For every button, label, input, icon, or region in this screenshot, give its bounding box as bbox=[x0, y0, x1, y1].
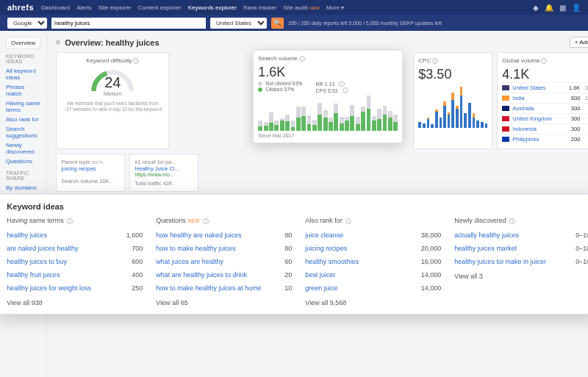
idea-link[interactable]: healthy juices toi make in juicer bbox=[454, 258, 562, 265]
idea-link[interactable]: healthy smoothies bbox=[305, 258, 413, 265]
ideas-col-head: Newly discovered i bbox=[454, 217, 588, 224]
keyword-ideas-panel: Keyword ideas Having same terms ihealthy… bbox=[0, 194, 588, 315]
idea-link[interactable]: actually healthy juices bbox=[454, 231, 562, 239]
limits-text: 200 / 200 daily reports left 5,000 / 5,0… bbox=[288, 21, 442, 26]
keyword-input[interactable] bbox=[51, 18, 206, 29]
idea-link[interactable]: healthy juices bbox=[7, 231, 115, 239]
nav-dashboard[interactable]: Dashboard bbox=[41, 4, 70, 11]
nav-site-explorer[interactable]: Site explorer bbox=[98, 4, 132, 11]
cpc-value: $3.50 bbox=[418, 67, 487, 82]
sidebar-head-ideas: KEYWORD IDEAS bbox=[6, 54, 40, 64]
side-phrase-match[interactable]: Phrase match bbox=[6, 82, 40, 98]
idea-link[interactable]: healthy juices market bbox=[454, 245, 562, 252]
kd-note: We estimate that you'll need backlinks f… bbox=[61, 101, 164, 113]
side-questions[interactable]: Questions bbox=[6, 157, 40, 166]
ideas-title: Keyword ideas bbox=[7, 202, 588, 211]
engine-select[interactable]: Google bbox=[7, 18, 47, 29]
gv-row[interactable]: United States1.6K39% bbox=[502, 82, 588, 93]
gv-row[interactable]: Australia3007% bbox=[502, 103, 588, 113]
gv-row[interactable]: United Kingdom3007% bbox=[502, 113, 588, 123]
gv-row[interactable]: India80014% bbox=[502, 93, 588, 103]
ideas-col-head: Questions NEW i bbox=[156, 217, 292, 224]
serp1-title-link[interactable]: Healthy Juice Cl... bbox=[135, 165, 179, 172]
view-all-link[interactable]: View all 3 bbox=[454, 273, 588, 280]
side-suggestions[interactable]: Search suggestions bbox=[6, 124, 40, 140]
search-button[interactable]: 🔍 bbox=[271, 18, 284, 29]
nav-alerts[interactable]: Alerts bbox=[76, 4, 91, 11]
idea-link[interactable]: healthy juices to buy bbox=[7, 258, 115, 265]
kd-gauge bbox=[89, 67, 136, 92]
ideas-col-head: Also rank for i bbox=[305, 217, 441, 224]
sv-since: Since Mar 2017 bbox=[258, 133, 398, 138]
idea-link[interactable]: green juice bbox=[305, 284, 413, 292]
nav-content-explorer[interactable]: Content explorer bbox=[138, 4, 182, 11]
serp1-card: #1 result for pa... Healthy Juice Cl... … bbox=[129, 154, 198, 192]
main: ≡ Overview: healthy juices + Add to Keyw… bbox=[47, 31, 588, 377]
side-newly-discovered[interactable]: Newly discovered bbox=[6, 140, 40, 157]
page-title: Overview: healthy juices bbox=[65, 38, 159, 47]
info-icon[interactable]: i bbox=[133, 58, 139, 64]
top-bar: ahrefs Dashboard Alerts Site explorer Co… bbox=[0, 0, 588, 15]
view-all-link[interactable]: View all 65 bbox=[156, 299, 292, 306]
idea-link[interactable]: what juices are healthy bbox=[156, 258, 264, 265]
gv-row[interactable]: Indonesia3007% bbox=[502, 123, 588, 134]
idea-link[interactable]: are naked juices healthy bbox=[7, 245, 115, 252]
kd-label: Keyword difficultyi bbox=[61, 57, 164, 64]
parent-topic-link[interactable]: juicing recipes bbox=[61, 165, 96, 172]
side-also-rank[interactable]: Also rank for bbox=[6, 115, 40, 124]
gv-row[interactable]: Philippines2004% bbox=[502, 134, 588, 144]
hamburger-icon[interactable]: ≡ bbox=[56, 38, 60, 46]
user-icon[interactable]: 👤 bbox=[572, 4, 581, 12]
bell-icon[interactable]: 🔔 bbox=[545, 4, 553, 12]
kd-level: Medium bbox=[61, 91, 164, 96]
idea-link[interactable]: juice cleanse bbox=[305, 231, 413, 239]
parent-topic-card: Parent topic BETA juicing recipes Search… bbox=[56, 154, 125, 192]
info-icon[interactable]: i bbox=[432, 58, 438, 64]
idea-link[interactable]: how to make healthy juices at home bbox=[156, 284, 264, 292]
cpc-chart bbox=[418, 87, 487, 128]
sidebar-overview[interactable]: Overview bbox=[6, 37, 40, 49]
side-all-ideas[interactable]: All keyword ideas bbox=[6, 66, 40, 82]
gv-value: 4.1K bbox=[502, 67, 588, 82]
side-by-domains[interactable]: By domains bbox=[6, 183, 40, 193]
search-volume-card: Search volumei 1.6K Not clicked 63% Clic… bbox=[253, 50, 403, 143]
info-icon[interactable]: i bbox=[541, 58, 547, 64]
country-select[interactable]: United States bbox=[210, 18, 267, 29]
top-icons: ◆ 🔔 ▦ 👤 bbox=[533, 4, 581, 12]
global-volume-card: Global volumei 4.1K United States1.6K39%… bbox=[497, 52, 588, 149]
logo: ahrefs bbox=[7, 3, 34, 12]
cpc-card: CPCi $3.50 bbox=[413, 52, 492, 149]
grid-icon[interactable]: ▦ bbox=[559, 4, 566, 12]
top-nav: Dashboard Alerts Site explorer Content e… bbox=[41, 4, 344, 11]
info-icon[interactable]: i bbox=[343, 87, 348, 93]
add-to-button[interactable]: + Add to bbox=[570, 37, 588, 48]
sv-value: 1.6K bbox=[258, 65, 398, 80]
idea-link[interactable]: healthy fruit juices bbox=[7, 271, 115, 279]
idea-link[interactable]: what are healthy juices to drink bbox=[156, 271, 264, 279]
side-same-terms[interactable]: Having same terms bbox=[6, 98, 40, 115]
ideas-col-head: Having same terms i bbox=[7, 217, 143, 224]
nav-site-audit[interactable]: Site audit NEW bbox=[283, 4, 320, 11]
idea-link[interactable]: healthy juices for weight loss bbox=[7, 284, 115, 292]
info-icon[interactable]: i bbox=[299, 56, 305, 62]
nav-rank-tracker[interactable]: Rank tracker bbox=[243, 4, 276, 11]
sidebar-head-traffic: TRAFFIC SHARE bbox=[6, 170, 40, 181]
nav-keywords-explorer[interactable]: Keywords explorer bbox=[188, 4, 237, 11]
nav-more[interactable]: More ▾ bbox=[326, 4, 344, 11]
view-all-link[interactable]: View all 938 bbox=[7, 299, 143, 306]
notification-icon[interactable]: ◆ bbox=[533, 4, 539, 12]
kd-card: Keyword difficultyi 24 Medium We estimat… bbox=[56, 52, 169, 149]
sv-chart bbox=[258, 97, 398, 131]
idea-link[interactable]: how healthy are naked juices bbox=[156, 231, 264, 239]
idea-link[interactable]: best juicer bbox=[305, 271, 413, 279]
info-icon[interactable]: i bbox=[339, 81, 345, 87]
view-all-link[interactable]: View all 9,568 bbox=[305, 299, 441, 306]
search-bar: Google United States 🔍 200 / 200 daily r… bbox=[0, 15, 588, 31]
idea-link[interactable]: juicing recipes bbox=[305, 245, 413, 252]
idea-link[interactable]: how to make healthy juices bbox=[156, 245, 264, 252]
